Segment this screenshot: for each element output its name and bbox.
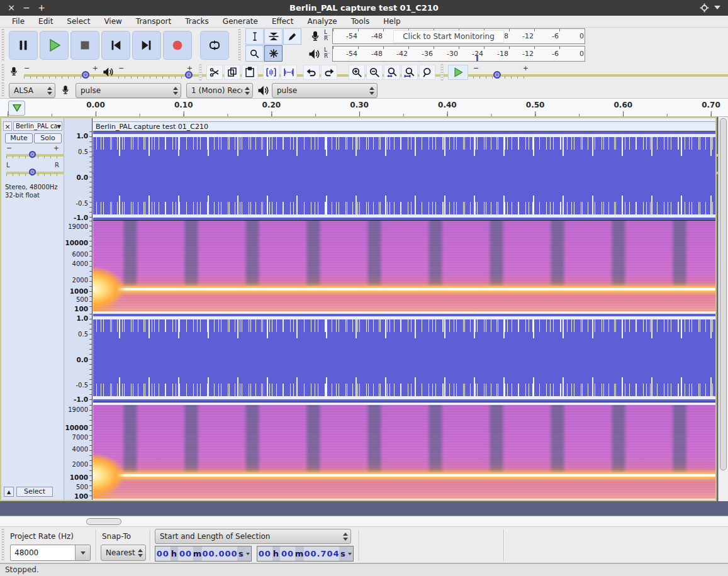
skip-to-start-button[interactable]	[101, 31, 130, 60]
selection-start-time[interactable]: 00 h 00 m 00.000 s	[155, 546, 252, 562]
project-rate-select[interactable]: 48000	[10, 545, 91, 561]
recording-meter[interactable]: -54-48-42-36-30-24-18-12-60 Click to Sta…	[332, 28, 585, 44]
waveform-channel-1[interactable]	[93, 131, 715, 220]
redo-button[interactable]	[321, 65, 337, 80]
playback-device-select[interactable]: pulse	[272, 83, 378, 98]
record-icon	[171, 38, 184, 52]
vertical-scrollbar-thumb[interactable]	[720, 118, 727, 470]
snap-to-select[interactable]: Nearest	[101, 545, 146, 561]
wave-ruler-ch1[interactable]: 1.0 0.5 0.0 -0.5 -1.0	[64, 131, 92, 220]
gain-thumb[interactable]	[29, 151, 36, 158]
track-bitdepth-info: 32-bit float	[5, 192, 40, 199]
multi-tool-button[interactable]	[264, 45, 283, 62]
solo-button[interactable]: Solo	[34, 133, 62, 143]
device-toolbar-grip[interactable]	[1, 82, 4, 97]
waveform-channel-2[interactable]	[93, 314, 715, 402]
recording-meter-toolbar: L R -54-48-42-36-30-24-18-12-60 Click to…	[305, 28, 589, 45]
playback-volume-thumb[interactable]	[185, 71, 193, 79]
envelope-tool-button[interactable]	[264, 28, 283, 45]
recording-device-select[interactable]: pulse	[76, 83, 181, 98]
zoom-toggle-button[interactable]	[419, 65, 435, 80]
spectrogram-channel-2[interactable]	[93, 405, 715, 499]
click-to-start-monitoring-label[interactable]: Click to Start Monitoring	[393, 30, 504, 43]
timeline-ruler[interactable]: 0.00 0.10 0.20 0.30 0.40 0.50 0.60 0.70	[0, 99, 728, 117]
window-menu-chevron-down-icon[interactable]	[714, 6, 720, 9]
transport-toolbar-grip[interactable]	[1, 29, 4, 62]
scissors-icon	[209, 67, 220, 78]
selection-length-time[interactable]: 00 h 00 m 00.704 s	[257, 546, 354, 562]
timeline-tick-label: 0.10	[174, 101, 193, 109]
zoom-tool-button[interactable]	[245, 45, 264, 62]
gear-icon[interactable]	[700, 3, 709, 13]
menu-tracks[interactable]: Tracks	[178, 16, 216, 28]
menu-generate[interactable]: Generate	[216, 16, 265, 28]
fit-project-button[interactable]	[401, 65, 418, 80]
recording-channels-select[interactable]: 1 (Mono) Recordi	[186, 83, 253, 98]
zoom-in-button[interactable]	[349, 65, 365, 80]
playback-meter[interactable]: -54-48-42-36-30-24-18-12-60	[332, 46, 585, 62]
zoom-out-icon	[369, 67, 381, 79]
spectrogram-channel-1[interactable]	[93, 221, 715, 311]
copy-button[interactable]	[224, 65, 240, 80]
recording-volume-thumb[interactable]	[82, 71, 89, 79]
track-select-button[interactable]: Select	[16, 487, 53, 497]
play-button[interactable]	[40, 31, 69, 60]
tools-toolbar-grip[interactable]	[238, 29, 241, 62]
play-at-speed-toolbar-grip[interactable]	[440, 64, 444, 80]
zoom-out-button[interactable]	[366, 65, 383, 80]
horizontal-scrollbar[interactable]	[0, 516, 728, 527]
vertical-ruler[interactable]: 1.0 0.5 0.0 -0.5 -1.0 19000 10000 6000 4…	[64, 118, 92, 500]
menu-analyze[interactable]: Analyze	[300, 16, 344, 28]
clipboard-icon	[244, 67, 255, 78]
playback-volume-slider[interactable]: − +	[118, 66, 193, 80]
selection-tool-button[interactable]	[245, 28, 264, 45]
track-name-menu[interactable]: Berlin_PAL ca ▼	[13, 121, 62, 131]
mute-button[interactable]: Mute	[5, 133, 33, 143]
menu-file[interactable]: File	[5, 16, 31, 28]
timeline-tick-label: 0.50	[526, 101, 545, 109]
horizontal-scrollbar-thumb[interactable]	[86, 518, 121, 525]
menu-effect[interactable]: Effect	[265, 16, 301, 28]
paste-button[interactable]	[242, 65, 258, 80]
spectrogram-ruler-ch2[interactable]: 19000 10000 7000 4000 2000 1000 500 100	[64, 405, 92, 499]
recording-volume-slider[interactable]: − +	[24, 66, 98, 80]
play-speed-slider[interactable]: − +	[473, 66, 529, 80]
mixer-toolbar-grip[interactable]	[1, 64, 4, 80]
draw-tool-button[interactable]	[283, 28, 301, 45]
trim-icon	[265, 67, 277, 78]
track-close-button[interactable]: ×	[3, 121, 12, 131]
menu-edit[interactable]: Edit	[31, 16, 60, 28]
edit-toolbar-grip[interactable]	[199, 64, 202, 80]
menu-select[interactable]: Select	[60, 16, 97, 28]
skip-to-end-button[interactable]	[132, 31, 161, 60]
menu-help[interactable]: Help	[376, 16, 407, 28]
cut-button[interactable]	[206, 65, 223, 80]
record-button[interactable]	[163, 31, 192, 60]
selection-toolbar-grip[interactable]	[1, 529, 4, 562]
pan-thumb[interactable]	[29, 169, 36, 175]
spectrogram-ruler-ch1[interactable]: 19000 10000 6000 4000 2000 1000 500 100	[64, 221, 92, 311]
record-volume-mic-icon	[9, 65, 19, 78]
undo-button[interactable]	[303, 65, 320, 80]
trim-audio-button[interactable]	[263, 65, 279, 80]
wave-ruler-ch2[interactable]: 1.0 0.5 0.0 -0.5 -1.0	[64, 314, 92, 402]
play-at-speed-button[interactable]	[448, 65, 468, 80]
play-speed-thumb[interactable]	[493, 71, 501, 79]
menu-transport[interactable]: Transport	[129, 16, 178, 28]
vertical-scrollbar[interactable]	[718, 117, 728, 501]
track-collapse-button[interactable]: ▲	[4, 487, 14, 497]
selection-mode-select[interactable]: Start and Length of Selection	[155, 529, 351, 544]
pause-button[interactable]	[9, 31, 38, 60]
audio-host-select[interactable]: ALSA	[9, 83, 55, 98]
track-pan-slider[interactable]: L R	[6, 163, 59, 179]
silence-audio-button[interactable]	[281, 65, 297, 80]
stop-button[interactable]	[70, 31, 99, 60]
menu-tools[interactable]: Tools	[344, 16, 377, 28]
clip-title-bar[interactable]: Berlin_PAL capture test 01_C210	[93, 121, 715, 131]
clip-content[interactable]: Berlin_PAL capture test 01_C210	[93, 118, 715, 500]
fit-selection-button[interactable]	[384, 65, 400, 80]
menu-view[interactable]: View	[97, 16, 128, 28]
track-area[interactable]: × Berlin_PAL ca ▼ Mute Solo − + L R Ster…	[0, 117, 728, 516]
track-gain-slider[interactable]: − +	[6, 146, 59, 161]
loop-button[interactable]	[200, 31, 229, 60]
